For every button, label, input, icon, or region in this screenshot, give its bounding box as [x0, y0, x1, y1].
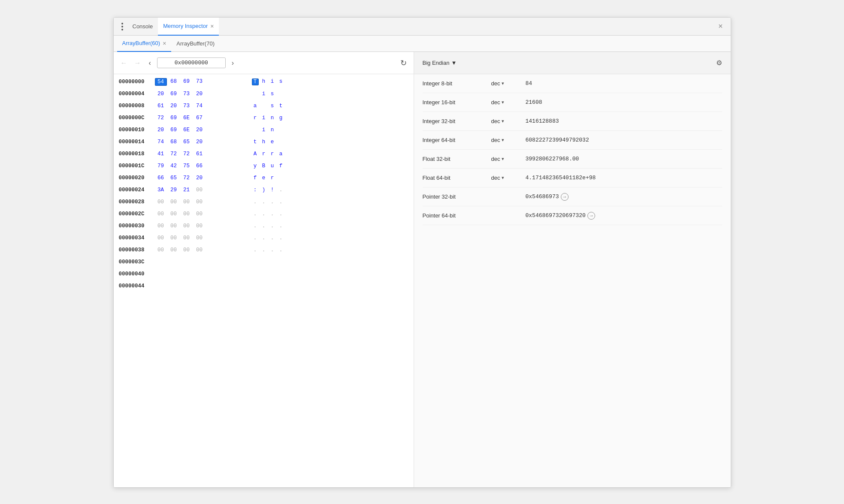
ascii-char[interactable]: f: [278, 163, 284, 169]
ascii-char[interactable]: .: [269, 223, 276, 229]
ascii-char[interactable]: i: [260, 91, 267, 97]
ascii-char[interactable]: .: [260, 223, 267, 229]
ascii-char[interactable]: T: [252, 78, 259, 85]
hex-byte[interactable]: 00: [155, 223, 167, 229]
hex-byte[interactable]: 65: [168, 175, 180, 181]
hex-byte[interactable]: 3A: [155, 187, 167, 193]
hex-byte[interactable]: 00: [155, 235, 167, 241]
sub-tab-arraybuffer-70[interactable]: ArrayBuffer(70): [171, 36, 220, 52]
tab-console[interactable]: Console: [127, 18, 158, 36]
hex-byte[interactable]: 72: [181, 175, 193, 181]
hex-byte[interactable]: 69: [181, 78, 193, 86]
inspector-pointer-link-ptr64[interactable]: →: [587, 212, 595, 220]
ascii-char[interactable]: [260, 103, 267, 109]
hex-byte[interactable]: 72: [155, 115, 167, 121]
ascii-char[interactable]: .: [278, 211, 284, 217]
ascii-char[interactable]: .: [260, 211, 267, 217]
settings-button[interactable]: ⚙: [716, 59, 722, 67]
hex-byte[interactable]: 67: [194, 115, 206, 121]
ascii-char[interactable]: [278, 91, 284, 97]
hex-byte[interactable]: 00: [181, 199, 193, 205]
close-window-button[interactable]: ×: [715, 22, 726, 31]
ascii-char[interactable]: [278, 175, 284, 181]
ascii-char[interactable]: a: [252, 103, 259, 109]
hex-byte[interactable]: 6E: [181, 115, 193, 121]
inspector-format-dropdown-int8[interactable]: ▾: [502, 81, 504, 86]
hex-byte[interactable]: 42: [168, 163, 180, 169]
ascii-char[interactable]: r: [269, 175, 276, 181]
forward-button[interactable]: →: [133, 57, 143, 69]
ascii-char[interactable]: .: [278, 199, 284, 205]
hex-byte[interactable]: 00: [168, 235, 180, 241]
next-page-button[interactable]: ›: [229, 57, 236, 69]
hex-byte[interactable]: 00: [168, 223, 180, 229]
sub-tab-arraybuffer-60[interactable]: ArrayBuffer(60) ×: [117, 36, 172, 52]
ascii-char[interactable]: g: [278, 115, 284, 121]
hex-byte[interactable]: 29: [168, 187, 180, 193]
hex-byte[interactable]: 20: [194, 127, 206, 133]
ascii-char[interactable]: r: [269, 151, 276, 157]
ascii-char[interactable]: .: [269, 199, 276, 205]
ascii-char[interactable]: A: [252, 151, 259, 157]
ascii-char[interactable]: .: [252, 223, 259, 229]
ascii-char[interactable]: .: [252, 235, 259, 241]
inspector-pointer-link-ptr32[interactable]: →: [561, 193, 569, 201]
hex-byte[interactable]: 00: [155, 247, 167, 254]
ascii-char[interactable]: i: [269, 78, 276, 85]
hex-byte[interactable]: 68: [168, 78, 180, 86]
ascii-char[interactable]: u: [269, 163, 276, 169]
endian-dropdown-button[interactable]: ▼: [451, 60, 457, 66]
tab-memory-inspector-close[interactable]: ×: [210, 23, 214, 29]
ascii-char[interactable]: n: [269, 127, 276, 133]
hex-byte[interactable]: 00: [155, 199, 167, 205]
hex-byte[interactable]: 54: [155, 78, 167, 86]
hex-byte[interactable]: 66: [155, 175, 167, 181]
hex-byte[interactable]: 00: [168, 247, 180, 254]
hex-byte[interactable]: 00: [181, 235, 193, 241]
address-input[interactable]: [157, 57, 226, 68]
hex-byte[interactable]: 00: [181, 211, 193, 217]
ascii-char[interactable]: B: [260, 163, 267, 169]
hex-byte[interactable]: 41: [155, 151, 167, 157]
hex-byte[interactable]: 20: [155, 91, 167, 97]
ascii-char[interactable]: [278, 127, 284, 133]
hex-byte[interactable]: 6E: [181, 127, 193, 133]
ascii-char[interactable]: .: [269, 211, 276, 217]
prev-page-button[interactable]: ‹: [146, 57, 154, 69]
hex-byte[interactable]: 66: [194, 163, 206, 169]
refresh-button[interactable]: ↻: [399, 57, 408, 69]
ascii-char[interactable]: :: [252, 187, 259, 193]
hex-byte[interactable]: 73: [181, 103, 193, 109]
ascii-char[interactable]: [252, 127, 259, 133]
ascii-char[interactable]: .: [252, 247, 259, 253]
ascii-char[interactable]: t: [278, 103, 284, 109]
hex-byte[interactable]: 72: [168, 151, 180, 157]
ascii-char[interactable]: i: [260, 127, 267, 133]
ascii-char[interactable]: i: [260, 115, 267, 121]
ascii-char[interactable]: .: [252, 199, 259, 205]
ascii-char[interactable]: .: [260, 247, 267, 253]
ascii-char[interactable]: .: [260, 199, 267, 205]
ascii-char[interactable]: !: [269, 187, 276, 193]
ascii-char[interactable]: r: [252, 115, 259, 121]
ascii-char[interactable]: n: [269, 115, 276, 121]
ascii-char[interactable]: r: [260, 151, 267, 157]
inspector-format-dropdown-int16[interactable]: ▾: [502, 100, 504, 105]
ascii-char[interactable]: s: [269, 103, 276, 109]
hex-byte[interactable]: 74: [194, 103, 206, 109]
hex-byte[interactable]: 69: [168, 115, 180, 121]
inspector-format-dropdown-int64[interactable]: ▾: [502, 137, 504, 143]
ascii-char[interactable]: s: [278, 78, 284, 85]
ascii-char[interactable]: s: [269, 91, 276, 97]
hex-byte[interactable]: 75: [181, 163, 193, 169]
ascii-char[interactable]: .: [252, 211, 259, 217]
ascii-char[interactable]: .: [260, 235, 267, 241]
hex-byte[interactable]: 00: [194, 199, 206, 205]
ascii-char[interactable]: .: [278, 247, 284, 253]
hex-byte[interactable]: 73: [181, 91, 193, 97]
hex-byte[interactable]: 00: [194, 187, 206, 193]
hex-byte[interactable]: 00: [155, 211, 167, 217]
ascii-char[interactable]: [278, 139, 284, 145]
hex-byte[interactable]: 00: [181, 247, 193, 254]
hex-byte[interactable]: 69: [168, 91, 180, 97]
